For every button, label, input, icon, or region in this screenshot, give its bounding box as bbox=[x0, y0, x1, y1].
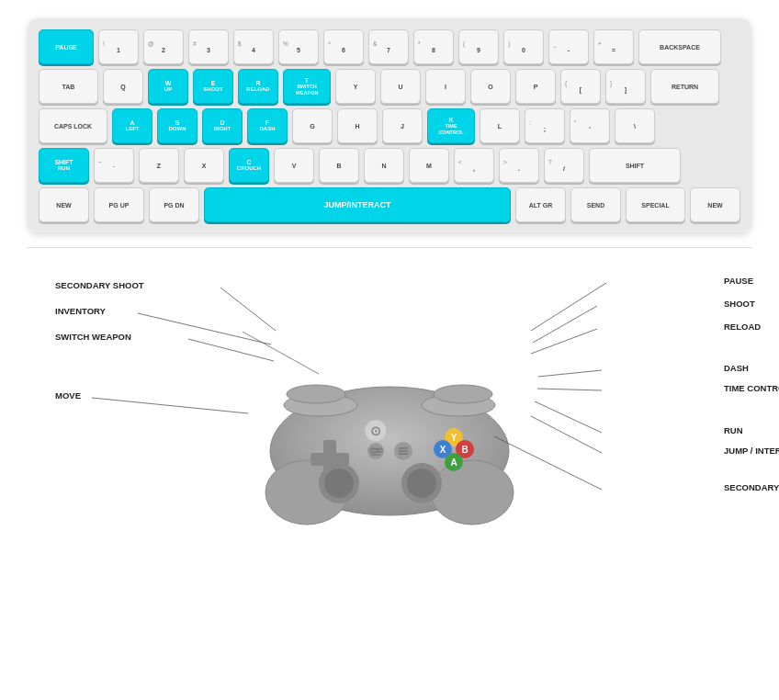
key-i[interactable]: I bbox=[425, 69, 466, 104]
key-j[interactable]: J bbox=[382, 108, 423, 143]
key-backspace[interactable]: backspace bbox=[638, 29, 721, 64]
key-3[interactable]: # 3 bbox=[188, 29, 229, 64]
svg-line-40 bbox=[531, 329, 597, 354]
key-b[interactable]: B bbox=[319, 148, 359, 183]
key-capslock[interactable]: caps lock bbox=[39, 108, 107, 143]
svg-point-6 bbox=[434, 385, 492, 403]
key-p[interactable]: P bbox=[515, 69, 556, 104]
svg-line-33 bbox=[243, 332, 319, 374]
key-rbracket[interactable]: } ] bbox=[605, 69, 646, 104]
key-minus[interactable]: _ - bbox=[548, 29, 589, 64]
key-backtick[interactable]: ~ ` bbox=[94, 148, 134, 183]
key-c[interactable]: C CROUCH bbox=[229, 148, 269, 183]
key-special[interactable]: special bbox=[626, 187, 685, 222]
svg-line-41 bbox=[538, 370, 602, 377]
key-6[interactable]: ^ 6 bbox=[323, 29, 364, 64]
svg-point-2 bbox=[431, 460, 514, 525]
svg-line-39 bbox=[533, 306, 597, 343]
keyboard-row-3: shift RUN ~ ` Z X C CROUCH V B bbox=[39, 148, 740, 183]
key-semicolon[interactable]: : ; bbox=[525, 108, 565, 143]
key-altgr[interactable]: alt gr bbox=[515, 187, 566, 222]
key-shift-right[interactable]: shift bbox=[589, 148, 681, 183]
key-comma[interactable]: < , bbox=[454, 148, 494, 183]
key-q[interactable]: Q bbox=[103, 69, 143, 104]
key-lbracket[interactable]: { [ bbox=[560, 69, 601, 104]
key-shift-left[interactable]: shift RUN bbox=[39, 148, 89, 183]
key-l[interactable]: L bbox=[480, 108, 520, 143]
svg-line-37 bbox=[92, 398, 248, 413]
key-return[interactable]: return bbox=[650, 69, 719, 104]
key-f[interactable]: F DASH bbox=[247, 108, 288, 143]
keyboard-row-0: PAUSE ! 1 @ 2 # 3 $ 4 % 5 ^ bbox=[39, 29, 740, 64]
key-9[interactable]: ( 9 bbox=[458, 29, 499, 64]
key-x[interactable]: X bbox=[184, 148, 224, 183]
svg-text:X: X bbox=[440, 445, 446, 455]
key-g[interactable]: G bbox=[292, 108, 333, 143]
key-1[interactable]: ! 1 bbox=[98, 29, 139, 64]
key-m[interactable]: M bbox=[409, 148, 449, 183]
key-equals[interactable]: + = bbox=[593, 29, 634, 64]
key-o[interactable]: O bbox=[470, 69, 511, 104]
svg-text:A: A bbox=[450, 457, 457, 468]
controller-image: ⊙ Y X B bbox=[243, 332, 536, 534]
svg-text:Y: Y bbox=[451, 433, 457, 443]
key-pgdn[interactable]: pg dn bbox=[149, 187, 199, 222]
svg-line-38 bbox=[531, 283, 606, 331]
key-n[interactable]: N bbox=[364, 148, 404, 183]
key-pause[interactable]: PAUSE bbox=[39, 29, 94, 64]
controller-section: SECONDARY SHOOT INVENTORY SWITCH WEAPON … bbox=[0, 253, 779, 602]
section-divider bbox=[28, 247, 751, 248]
key-z[interactable]: Z bbox=[139, 148, 179, 183]
svg-text:B: B bbox=[461, 445, 468, 455]
svg-line-42 bbox=[537, 389, 602, 390]
key-5[interactable]: % 5 bbox=[278, 29, 319, 64]
key-space[interactable]: JUMP/INTERACT bbox=[204, 187, 511, 222]
key-send[interactable]: send bbox=[570, 187, 621, 222]
keyboard-section: PAUSE ! 1 @ 2 # 3 $ 4 % 5 ^ bbox=[0, 0, 779, 243]
key-backslash[interactable]: \ bbox=[615, 108, 655, 143]
key-period[interactable]: > . bbox=[499, 148, 539, 183]
svg-point-10 bbox=[324, 469, 354, 498]
key-2[interactable]: @ 2 bbox=[143, 29, 184, 64]
key-0[interactable]: ) 0 bbox=[503, 29, 544, 64]
keyboard-row-1: tab Q W UP E SHOOT R RELOAD T SWITCHWEAP… bbox=[39, 69, 740, 104]
key-8[interactable]: * 8 bbox=[413, 29, 454, 64]
key-e[interactable]: E SHOOT bbox=[193, 69, 233, 104]
key-r[interactable]: R RELOAD bbox=[238, 69, 278, 104]
svg-point-12 bbox=[407, 469, 436, 498]
key-pgup[interactable]: pg up bbox=[94, 187, 144, 222]
svg-line-44 bbox=[531, 416, 602, 453]
keyboard-row-2: caps lock A LEFT S DOWN D RIGHT F DASH G bbox=[39, 108, 740, 143]
key-t[interactable]: T SWITCHWEAPON bbox=[283, 69, 331, 104]
keyboard-row-4: new pg up pg dn JUMP/INTERACT alt gr sen… bbox=[39, 187, 740, 222]
svg-line-43 bbox=[535, 401, 602, 433]
key-w[interactable]: W UP bbox=[148, 69, 188, 104]
key-v[interactable]: V bbox=[274, 148, 314, 183]
key-u[interactable]: U bbox=[380, 69, 421, 104]
key-s[interactable]: S DOWN bbox=[157, 108, 198, 143]
key-quote[interactable]: " ' bbox=[570, 108, 610, 143]
key-a[interactable]: A LEFT bbox=[112, 108, 152, 143]
key-tab[interactable]: tab bbox=[39, 69, 98, 104]
key-d[interactable]: D RIGHT bbox=[202, 108, 243, 143]
key-y[interactable]: Y bbox=[335, 69, 376, 104]
key-slash[interactable]: ? / bbox=[544, 148, 584, 183]
svg-text:⊙: ⊙ bbox=[370, 423, 381, 438]
svg-point-5 bbox=[287, 385, 345, 403]
key-4[interactable]: $ 4 bbox=[233, 29, 274, 64]
svg-line-34 bbox=[220, 288, 276, 331]
key-7[interactable]: & 7 bbox=[368, 29, 409, 64]
key-k[interactable]: K TIMECONTROL bbox=[427, 108, 475, 143]
key-new-right[interactable]: new bbox=[690, 187, 740, 222]
key-new-left[interactable]: new bbox=[39, 187, 89, 222]
controller-wrapper: SECONDARY SHOOT INVENTORY SWITCH WEAPON … bbox=[28, 262, 751, 583]
keyboard: PAUSE ! 1 @ 2 # 3 $ 4 % 5 ^ bbox=[28, 18, 751, 233]
key-h[interactable]: H bbox=[337, 108, 378, 143]
